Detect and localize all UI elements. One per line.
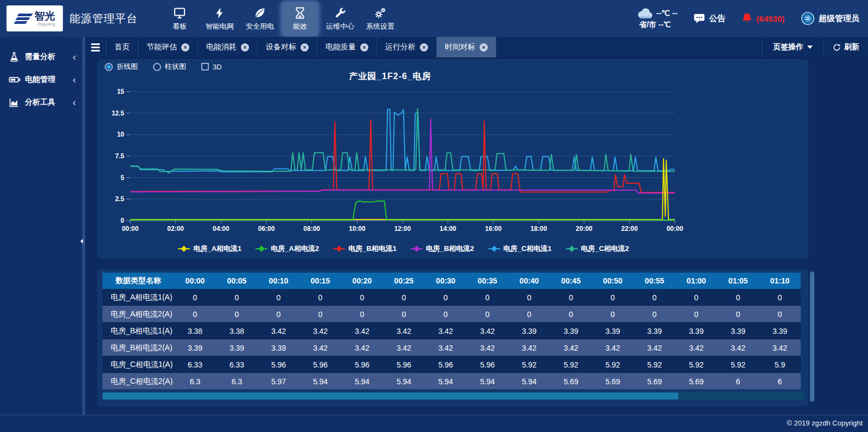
alarm-button[interactable]: (64530) <box>742 12 784 24</box>
table-cell: 3.42 <box>299 323 341 339</box>
logo-text: 智光 <box>35 11 55 21</box>
table-header-cell: 00:30 <box>425 273 467 289</box>
sidebar-item-energy-management[interactable]: 电能管理‹ <box>0 68 82 91</box>
nav-item-label: 能效 <box>282 22 318 31</box>
table-cell: 3.42 <box>634 339 675 356</box>
battery-icon <box>9 74 21 85</box>
close-icon[interactable]: × <box>301 43 309 51</box>
sidebar-item-demand-analysis[interactable]: 需量分析‹ <box>0 46 82 68</box>
table-cell: 0 <box>383 306 425 323</box>
caret-down-icon <box>807 46 813 49</box>
radio-label: 柱状图 <box>165 62 186 72</box>
radio-label: 折线图 <box>117 62 138 72</box>
vertical-scrollbar[interactable] <box>810 272 814 407</box>
table-header-cell: 00:55 <box>634 273 675 289</box>
table-cell: 3.39 <box>258 339 299 356</box>
sidebar-item-analysis-tools[interactable]: 分析工具‹ <box>0 91 82 114</box>
tab-operations-label: 页签操作 <box>773 42 803 52</box>
table-cell: 5.94 <box>508 373 550 390</box>
vertical-scrollbar-thumb[interactable] <box>810 272 814 402</box>
svg-text:2.5: 2.5 <box>115 195 124 203</box>
wrench-icon <box>322 6 358 20</box>
table-cell: 3.39 <box>216 339 258 356</box>
tab-operation-analysis[interactable]: 运行分析× <box>377 37 437 57</box>
legend-marker-icon <box>411 246 423 252</box>
weather-temp: --℃ -- <box>656 9 677 17</box>
tabs: 首页节能评估×电能消耗×设备对标×电能质量×运行分析×时间对标× <box>106 37 496 57</box>
table-cell: 0 <box>508 306 550 323</box>
hamburger-menu-icon[interactable] <box>85 37 106 57</box>
table-row: 电房_A相电流1(A)000000000000000 <box>103 289 801 306</box>
table-cell: 3.39 <box>174 339 216 356</box>
tab-time-benchmark[interactable]: 时间对标× <box>437 37 496 57</box>
horizontal-scrollbar[interactable] <box>103 392 805 399</box>
legend-item-5[interactable]: 电房_C相电流1 <box>488 244 552 254</box>
gears-icon <box>362 6 398 20</box>
legend-item-2[interactable]: 电房_A相电流2 <box>256 244 319 254</box>
radio-bar-chart[interactable]: 柱状图 <box>153 62 186 72</box>
table-row-name: 电房_C相电流2(A) <box>103 373 174 390</box>
table-cell: 0 <box>634 289 675 306</box>
table-cell: 3.39 <box>675 323 717 339</box>
tab-home[interactable]: 首页 <box>106 37 138 57</box>
tab-energy-evaluation[interactable]: 节能评估× <box>138 37 198 57</box>
horizontal-scrollbar-thumb[interactable] <box>103 392 678 399</box>
svg-text:00:00: 00:00 <box>122 225 139 233</box>
nav-item-system-settings[interactable]: 系统设置 <box>362 2 398 36</box>
legend-item-3[interactable]: 电房_B相电流1 <box>333 244 397 254</box>
table-cell: 5.94 <box>425 373 467 390</box>
checkbox-label: 3D <box>213 63 222 71</box>
legend-item-4[interactable]: 电房_B相电流2 <box>411 244 474 254</box>
legend-label: 电房_B相电流1 <box>348 244 397 254</box>
page-title: 能源管理平台 <box>69 11 138 26</box>
table-cell: 6 <box>717 373 759 390</box>
nav-item-ops-center[interactable]: 运维中心 <box>322 2 358 36</box>
close-icon[interactable]: × <box>480 43 488 51</box>
table-cell: 6.33 <box>174 356 216 373</box>
nav-item-smart-grid[interactable]: 智能电网 <box>202 2 238 36</box>
app-logo: 智光 Zhiguang <box>7 5 63 31</box>
tab-energy-consumption[interactable]: 电能消耗× <box>198 37 258 57</box>
table-cell: 3.42 <box>341 323 383 339</box>
close-icon[interactable]: × <box>420 43 428 51</box>
table-cell: 0 <box>592 289 634 306</box>
close-icon[interactable]: × <box>181 43 189 51</box>
tab-bar: 首页节能评估×电能消耗×设备对标×电能质量×运行分析×时间对标× 页签操作 刷新 <box>85 37 868 58</box>
table-cell: 5.96 <box>425 356 467 373</box>
notice-button[interactable]: 公告 <box>693 13 725 24</box>
nav-item-energy-efficiency[interactable]: 能效 <box>282 2 318 36</box>
table-cell: 5.92 <box>634 356 675 373</box>
table-cell: 6.3 <box>216 373 258 390</box>
table-cell: 0 <box>299 306 341 323</box>
nav-item-safe-power[interactable]: 安全用电 <box>242 2 278 36</box>
svg-text:08:00: 08:00 <box>303 225 320 233</box>
legend-item-1[interactable]: 电房_A相电流1 <box>178 244 241 254</box>
svg-text:5: 5 <box>120 174 124 182</box>
table-header-cell: 00:40 <box>508 273 550 289</box>
speech-bubble-icon <box>693 13 705 24</box>
close-icon[interactable]: × <box>241 43 249 51</box>
table-cell: 3.42 <box>759 339 801 356</box>
radio-line-chart[interactable]: 折线图 <box>105 62 138 72</box>
close-icon[interactable]: × <box>360 43 368 51</box>
svg-text:0: 0 <box>120 217 124 224</box>
table-cell: 5.94 <box>383 373 425 390</box>
table-row: 电房_A相电流2(A)000000000000000 <box>103 306 801 323</box>
footer: © 2019 zgzdh Copyright <box>0 415 868 432</box>
legend-marker-icon <box>488 246 500 252</box>
radio-circle-icon <box>105 63 113 71</box>
table-cell: 0 <box>508 289 550 306</box>
svg-text:04:00: 04:00 <box>213 225 229 233</box>
user-name: 超级管理员 <box>819 14 859 24</box>
nav-item-dashboard[interactable]: 看板 <box>162 2 197 36</box>
bell-icon <box>742 12 752 24</box>
chart-controls: 折线图柱状图3D <box>105 62 222 72</box>
tab-device-benchmark[interactable]: 设备对标× <box>258 37 317 57</box>
user-menu[interactable]: 超级管理员 <box>801 11 859 25</box>
refresh-button[interactable]: 刷新 <box>824 37 868 57</box>
checkbox-3d[interactable]: 3D <box>201 63 222 71</box>
legend-item-6[interactable]: 电房_C相电流2 <box>566 244 629 254</box>
tab-operations-dropdown[interactable]: 页签操作 <box>762 37 824 57</box>
tab-power-quality[interactable]: 电能质量× <box>317 37 377 57</box>
table-header-cell: 00:20 <box>341 273 383 289</box>
